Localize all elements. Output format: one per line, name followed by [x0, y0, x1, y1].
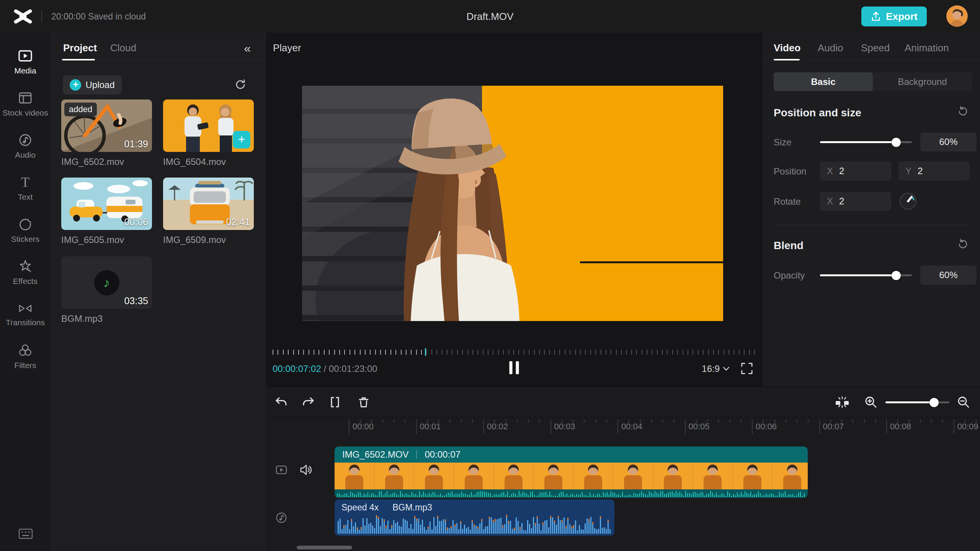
- zoom-out-button[interactable]: [956, 395, 971, 410]
- opacity-slider-knob[interactable]: [892, 271, 901, 280]
- fullscreen-icon[interactable]: [740, 362, 753, 375]
- export-button[interactable]: Export: [861, 7, 927, 26]
- opacity-label: Opacity: [774, 270, 805, 281]
- position-y-field[interactable]: Y 2: [898, 161, 970, 181]
- sidebar-item-effects[interactable]: Effects: [0, 253, 51, 292]
- stickers-icon: [18, 217, 33, 231]
- mute-track-icon[interactable]: [299, 463, 314, 477]
- active-tab-underline: [774, 59, 800, 60]
- music-note-icon: ♪: [94, 270, 119, 295]
- tab-video[interactable]: Video: [774, 42, 800, 54]
- tab-cloud[interactable]: Cloud: [110, 42, 136, 54]
- audio-clip-speed: Speed 4x: [341, 502, 379, 513]
- project-title: Draft.MOV: [467, 11, 514, 23]
- rotate-x-field[interactable]: X 2: [820, 192, 891, 211]
- timeline-audio-clip[interactable]: Speed 4x BGM.mp3: [335, 499, 614, 536]
- autosave-status: 20:00:00 Saved in cloud: [51, 11, 146, 22]
- undo-icon: [274, 396, 288, 409]
- top-bar: 20:00:00 Saved in cloud Draft.MOV Export: [0, 0, 980, 33]
- player-scrubber[interactable]: [273, 347, 754, 356]
- media-item-img6502[interactable]: added 01:39: [61, 99, 152, 152]
- player-title: Player: [273, 42, 301, 54]
- refresh-icon[interactable]: [235, 79, 246, 90]
- media-panel: Project Cloud « + Upload added: [51, 33, 266, 551]
- timeline-horizontal-scrollbar[interactable]: [297, 546, 352, 549]
- preview-frame: [302, 86, 723, 321]
- section-title-position-size: Position and size: [774, 107, 861, 119]
- collapse-panel-icon[interactable]: «: [244, 41, 251, 55]
- timeline-zoom-knob[interactable]: [929, 398, 939, 407]
- audio-clip-name: BGM.mp3: [392, 502, 432, 513]
- video-track-icon[interactable]: [274, 463, 288, 477]
- size-value[interactable]: 60%: [920, 132, 977, 152]
- opacity-value[interactable]: 60%: [920, 266, 977, 285]
- upload-button[interactable]: + Upload: [63, 75, 122, 95]
- sidebar-item-stickers[interactable]: Stickers: [0, 211, 51, 249]
- media-item-bgm[interactable]: ♪ 03:35: [61, 256, 152, 309]
- added-badge: added: [64, 103, 97, 116]
- redo-button[interactable]: [301, 395, 316, 410]
- opacity-slider[interactable]: [820, 274, 912, 276]
- subtab-background[interactable]: Background: [873, 72, 972, 91]
- aspect-ratio-value: 16:9: [702, 364, 720, 374]
- timeline-video-clip[interactable]: IMG_6502.MOV 00:00:07: [335, 447, 808, 498]
- capcut-logo[interactable]: [13, 8, 33, 25]
- tab-animation[interactable]: Animation: [905, 42, 949, 54]
- sidebar-item-stock-videos[interactable]: Stock videos: [0, 85, 51, 123]
- media-item-name: IMG_6505.mov: [61, 235, 157, 245]
- chevron-down-icon: [723, 367, 730, 371]
- snapping-button[interactable]: [835, 395, 850, 410]
- scrubber-playhead[interactable]: [425, 348, 426, 356]
- subtab-basic[interactable]: Basic: [774, 72, 873, 91]
- video-clip-name: IMG_6502.MOV: [342, 449, 408, 460]
- timeline-ruler[interactable]: 00:0000:0100:0200:0300:0400:0500:0600:07…: [266, 418, 980, 435]
- size-slider-knob[interactable]: [892, 138, 901, 147]
- stock-videos-icon: [18, 91, 33, 105]
- timeline-panel: 00:0000:0100:0200:0300:0400:0500:0600:07…: [266, 386, 980, 551]
- audio-track-icon[interactable]: [274, 511, 288, 525]
- undo-button[interactable]: [274, 395, 289, 410]
- keyboard-shortcuts-icon[interactable]: [18, 528, 33, 540]
- media-item-img6505[interactable]: 00:06: [61, 178, 152, 230]
- section-title-blend: Blend: [774, 240, 804, 252]
- position-label: Position: [774, 166, 806, 177]
- media-item-img6504[interactable]: +: [163, 99, 254, 152]
- tab-speed[interactable]: Speed: [861, 42, 890, 54]
- text-icon: T: [21, 175, 29, 189]
- transitions-icon: [18, 302, 33, 315]
- reset-blend-icon[interactable]: [957, 238, 969, 250]
- duration-label: 02:41: [226, 217, 250, 228]
- topbar-divider: [41, 11, 42, 22]
- video-clip-filmstrip: [335, 463, 808, 489]
- sidebar-item-filters[interactable]: Filters: [0, 337, 51, 376]
- audio-clip-waveform: [338, 515, 611, 534]
- sidebar-item-media[interactable]: Media: [0, 43, 51, 81]
- audio-icon: [18, 133, 33, 147]
- reset-position-icon[interactable]: [957, 106, 969, 117]
- delete-button[interactable]: [356, 395, 371, 410]
- video-preview[interactable]: [302, 86, 723, 321]
- tool-sidebar: Media Stock videos Audio T Text: [0, 33, 51, 551]
- current-time: 00:00:07:02: [273, 364, 321, 374]
- user-avatar[interactable]: [946, 5, 968, 27]
- tab-project[interactable]: Project: [63, 42, 97, 54]
- sidebar-item-text[interactable]: T Text: [0, 169, 51, 207]
- timeline-toolbar: [266, 387, 980, 418]
- split-button[interactable]: [327, 395, 343, 410]
- pause-button[interactable]: [509, 361, 519, 374]
- aspect-ratio-dropdown[interactable]: 16:9: [702, 364, 730, 374]
- timeline-zoom-slider[interactable]: [885, 401, 949, 403]
- filters-icon: [18, 344, 33, 357]
- total-time: 00:01:23:00: [329, 364, 377, 374]
- zoom-in-button[interactable]: [863, 395, 879, 410]
- sidebar-item-transitions[interactable]: Transitions: [0, 295, 51, 334]
- tab-audio[interactable]: Audio: [818, 42, 843, 54]
- add-to-timeline-button[interactable]: +: [233, 131, 250, 148]
- rotate-dial[interactable]: [899, 192, 917, 210]
- media-item-img6509[interactable]: 02:41: [163, 178, 254, 230]
- media-item-name: IMG_6502.mov: [61, 156, 157, 167]
- position-x-field[interactable]: X 2: [820, 161, 891, 181]
- sidebar-item-audio[interactable]: Audio: [0, 127, 51, 165]
- trash-icon: [357, 396, 370, 409]
- size-slider[interactable]: [820, 141, 912, 143]
